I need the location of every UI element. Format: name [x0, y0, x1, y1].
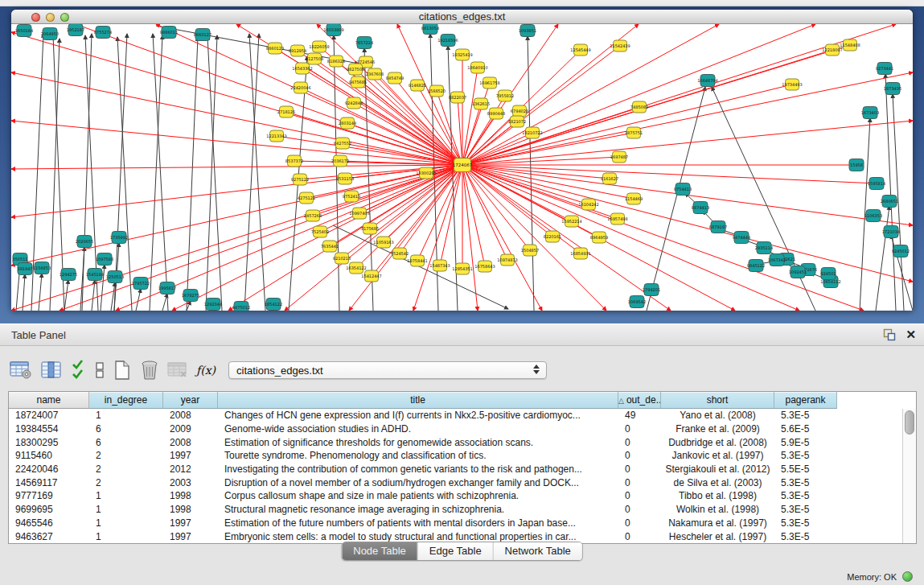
zoom-window-icon[interactable] — [60, 13, 69, 22]
graph-node[interactable]: 2064950 — [41, 28, 59, 40]
graph-node[interactable]: 1156853 — [33, 262, 51, 274]
graph-node[interactable]: 9245012 — [892, 245, 910, 257]
graph-node[interactable]: 16957498 — [607, 213, 627, 225]
graph-node[interactable]: 16961758 — [479, 77, 499, 89]
graph-node[interactable]: 8186328 — [327, 56, 345, 67]
graph-node[interactable]: 8990448 — [487, 108, 505, 119]
graph-node[interactable]: 7524542 — [391, 248, 409, 259]
graph-node[interactable]: 1795722 — [132, 278, 150, 290]
graph-node[interactable]: 1294275 — [60, 269, 77, 281]
graph-node[interactable]: 1504857 — [521, 245, 539, 256]
table-row[interactable]: 1830029562008Estimation of significance … — [9, 435, 902, 449]
graph-node[interactable]: 16854931 — [570, 248, 590, 259]
column-header-out_degree[interactable]: △out_de... — [618, 392, 661, 409]
graph-node[interactable]: 7485083 — [630, 101, 648, 113]
graph-node[interactable]: 6879197 — [709, 221, 727, 233]
column-header-name[interactable]: name — [9, 392, 89, 409]
graph-node[interactable]: 7955812 — [496, 90, 514, 101]
graph-node[interactable]: 1154469 — [625, 193, 643, 204]
graph-node[interactable]: 1952187 — [67, 24, 84, 36]
show-column-icon[interactable] — [40, 360, 63, 380]
graph-node[interactable]: 1821072 — [508, 116, 526, 127]
graph-node[interactable]: 9754413 — [674, 183, 692, 196]
graph-node[interactable]: 2718126 — [277, 106, 295, 117]
graph-node[interactable]: 9273441 — [876, 63, 893, 75]
graph-node[interactable]: 9886011 — [160, 27, 178, 39]
table-row[interactable]: 969969511998Structural magnetic resonanc… — [9, 503, 902, 517]
graph-node[interactable]: 1724067 — [453, 159, 473, 172]
column-header-year[interactable]: year — [163, 392, 218, 409]
table-scrollbar[interactable] — [902, 409, 916, 543]
graph-node[interactable]: 1097588 — [96, 253, 113, 266]
graph-node[interactable]: 18758441 — [407, 255, 427, 266]
graph-node[interactable]: 10974873 — [497, 254, 517, 266]
graph-node[interactable]: 9242844 — [345, 97, 363, 109]
graph-node[interactable]: 1995817 — [158, 282, 176, 295]
table-row[interactable]: 911546021997Tourette syndrome. Phenomeno… — [9, 449, 902, 463]
graph-node[interactable]: 8427552 — [334, 138, 351, 149]
network-canvas[interactable]: 1650184206495019521878755274988601186601… — [11, 24, 913, 311]
column-header-short[interactable]: short — [661, 392, 774, 409]
graph-node[interactable]: 1588520 — [428, 85, 446, 97]
column-settings-icon[interactable] — [10, 360, 32, 380]
graph-node[interactable]: 18640910 — [467, 62, 487, 73]
graph-node[interactable]: 8912954 — [289, 45, 306, 56]
tab-network-table[interactable]: Network Table — [494, 542, 582, 560]
close-panel-icon[interactable]: ✕ — [906, 328, 916, 341]
graph-node[interactable]: 9474444 — [733, 232, 750, 244]
graph-node[interactable]: 8454749 — [386, 72, 404, 84]
table-row[interactable]: 946554611997Estimation of the future num… — [9, 517, 902, 530]
float-window-icon[interactable] — [883, 328, 896, 341]
graph-node[interactable]: 2457268 — [304, 210, 322, 221]
graph-node[interactable]: 19218596 — [437, 35, 458, 47]
tab-edge-table[interactable]: Edge Table — [418, 542, 494, 560]
graph-node[interactable]: 9475685 — [349, 76, 367, 88]
table-row[interactable]: 977716911998Corpus callosum shape and si… — [9, 489, 902, 503]
graph-node[interactable]: 9275122 — [291, 174, 309, 185]
graph-node[interactable]: 8874413 — [692, 202, 709, 214]
graph-node[interactable]: 1873435 — [884, 83, 901, 95]
graph-node[interactable]: 18325419 — [452, 49, 472, 60]
graph-node[interactable]: 1875751 — [625, 127, 643, 138]
graph-node[interactable]: 1250513 — [106, 271, 124, 283]
graph-node[interactable]: 16758643 — [474, 261, 495, 272]
graph-node[interactable]: 8813054 — [421, 24, 439, 35]
graph-node[interactable]: 16354122 — [346, 262, 366, 274]
graph-node[interactable]: 2803144 — [339, 117, 356, 129]
minimize-window-icon[interactable] — [46, 13, 55, 22]
graph-node[interactable]: 12545449 — [570, 44, 590, 56]
column-header-in_degree[interactable]: in_degree — [89, 392, 163, 409]
graph-node[interactable]: 1721034 — [882, 226, 900, 238]
graph-node[interactable]: 4275121 — [298, 192, 315, 204]
graph-node[interactable]: 3175685 — [361, 223, 379, 234]
graph-node[interactable]: 1794201 — [643, 284, 660, 296]
graph-node[interactable]: 15487343 — [429, 260, 450, 271]
graph-node[interactable]: 8822037 — [449, 92, 466, 103]
graph-node[interactable]: 9827508 — [347, 64, 364, 75]
table-select[interactable]: citations_edges.txt — [228, 361, 547, 379]
graph-node[interactable]: 12213343 — [266, 130, 286, 142]
graph-node[interactable]: 9127508 — [306, 53, 323, 64]
delete-column-icon[interactable] — [140, 360, 159, 381]
new-column-icon[interactable] — [113, 360, 132, 381]
graph-node[interactable]: 7857224 — [355, 37, 373, 49]
graph-node[interactable]: 18226058 — [309, 41, 329, 52]
table-row[interactable]: 1938455462009Genome-wide association stu… — [9, 422, 902, 436]
graph-node[interactable]: 8660127 — [194, 29, 211, 41]
delete-table-icon[interactable] — [167, 360, 188, 380]
graph-node[interactable]: 8531153 — [336, 173, 354, 184]
graph-node[interactable]: 1161627 — [601, 173, 618, 184]
graph-node[interactable]: 1595814 — [868, 178, 885, 190]
graph-node[interactable]: 11542439 — [610, 40, 630, 51]
select-all-icon[interactable] — [71, 360, 87, 381]
graph-node[interactable]: 1697487 — [610, 151, 628, 163]
graph-node[interactable]: 924501 — [820, 268, 836, 280]
network-window-titlebar[interactable]: citations_edges.txt — [11, 10, 913, 24]
graph-node[interactable]: 1362615 — [472, 98, 490, 109]
close-window-icon[interactable] — [31, 13, 40, 22]
graph-node[interactable]: 10997403 — [349, 208, 369, 219]
graph-node[interactable]: 7635441 — [321, 241, 339, 252]
graph-node[interactable]: 1106353 — [864, 210, 882, 222]
graph-node[interactable]: 8537372 — [285, 155, 303, 167]
graph-node[interactable]: 9845122 — [747, 260, 765, 272]
